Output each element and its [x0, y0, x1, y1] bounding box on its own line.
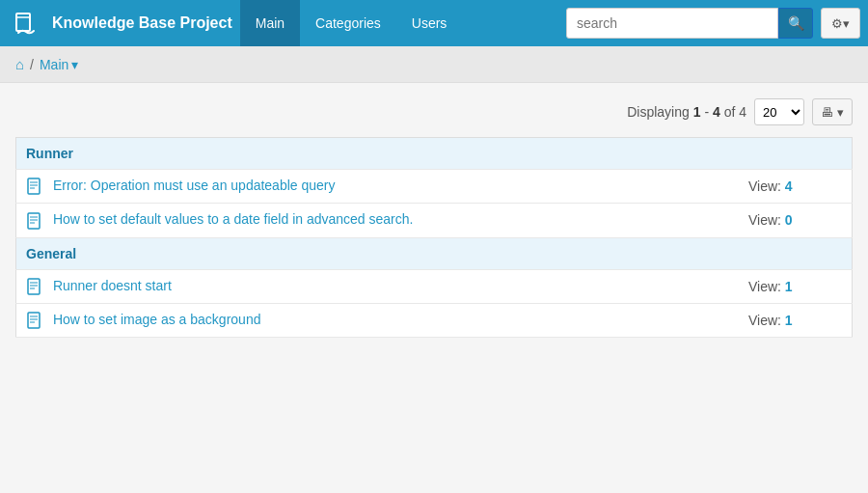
search-icon: 🔍	[788, 15, 804, 31]
article-link-2[interactable]: How to set default values to a date fiel…	[53, 211, 414, 227]
article-icon	[26, 178, 43, 195]
article-cell: How to set image as a background	[16, 303, 739, 337]
chevron-down-icon: ▾	[71, 57, 78, 72]
svg-rect-7	[28, 213, 40, 229]
table-row: Runner doesnt start View: 1	[16, 269, 853, 303]
gear-icon: ⚙	[831, 16, 843, 31]
view-count-2: View: 0	[739, 204, 853, 237]
table-row: How to set image as a background View: 1	[16, 303, 853, 337]
printer-icon: 🖶	[821, 105, 833, 120]
section-runner-label: Runner	[16, 138, 853, 170]
svg-rect-3	[28, 178, 40, 194]
view-count-4: View: 1	[739, 303, 853, 337]
search-button[interactable]: 🔍	[778, 8, 813, 39]
article-cell: Runner doesnt start	[16, 269, 739, 303]
brand-title: Knowledge Base Project	[52, 14, 232, 32]
breadcrumb: ⌂ / Main ▾	[0, 46, 868, 83]
articles-table: Runner Error: Operation must use an upda…	[15, 137, 853, 338]
article-cell: How to set default values to a date fiel…	[16, 204, 739, 237]
brand-link[interactable]: Knowledge Base Project	[8, 5, 232, 41]
nav-users[interactable]: Users	[396, 0, 463, 46]
section-runner: Runner	[16, 138, 853, 170]
article-icon	[26, 212, 43, 230]
section-general-label: General	[16, 237, 853, 269]
navbar-search: 🔍 ⚙ ▾	[566, 8, 860, 39]
per-page-select[interactable]: 20 50 100	[754, 98, 804, 125]
table-row: How to set default values to a date fiel…	[16, 204, 853, 237]
breadcrumb-current[interactable]: Main ▾	[40, 57, 78, 72]
navbar: Knowledge Base Project Main Categories U…	[0, 0, 868, 46]
view-count-1: View: 4	[739, 170, 853, 204]
article-icon	[26, 312, 43, 329]
home-icon[interactable]: ⌂	[15, 56, 24, 72]
nav-categories[interactable]: Categories	[300, 0, 396, 46]
article-link-1[interactable]: Error: Operation must use an updateable …	[53, 178, 336, 193]
print-button[interactable]: 🖶 ▾	[812, 98, 853, 125]
section-general: General	[16, 237, 853, 269]
svg-rect-11	[28, 279, 40, 294]
nav-main[interactable]: Main	[240, 0, 300, 46]
brand-icon	[8, 5, 44, 41]
table-row: Error: Operation must use an updateable …	[16, 170, 853, 204]
search-input[interactable]	[566, 8, 778, 39]
svg-rect-15	[28, 313, 40, 328]
settings-button[interactable]: ⚙ ▾	[821, 8, 860, 39]
view-count-3: View: 1	[739, 269, 853, 303]
svg-rect-0	[9, 6, 43, 41]
article-link-4[interactable]: How to set image as a background	[53, 312, 261, 327]
breadcrumb-separator: /	[30, 57, 34, 72]
article-link-3[interactable]: Runner doesnt start	[53, 278, 172, 293]
nav-links: Main Categories Users	[240, 0, 566, 46]
display-count: Displaying 1 - 4 of 4	[627, 104, 746, 120]
breadcrumb-current-label: Main	[40, 57, 68, 72]
settings-dropdown-icon: ▾	[843, 16, 850, 31]
article-icon	[26, 278, 43, 295]
article-cell: Error: Operation must use an updateable …	[16, 170, 739, 204]
main-content: Displaying 1 - 4 of 4 20 50 100 🖶 ▾ Runn…	[0, 83, 868, 353]
display-bar: Displaying 1 - 4 of 4 20 50 100 🖶 ▾	[15, 98, 853, 125]
print-dropdown-icon: ▾	[837, 105, 844, 120]
